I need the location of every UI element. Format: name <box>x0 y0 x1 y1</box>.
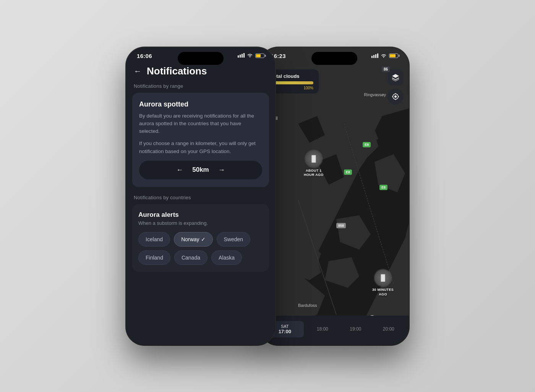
svg-point-4 <box>250 56 250 57</box>
country-tag-finland[interactable]: Finland <box>138 250 170 265</box>
range-section-label: Notifications by range <box>132 83 269 89</box>
range-selector[interactable]: ← 50km → <box>139 161 262 179</box>
dynamic-island-right <box>311 52 357 65</box>
country-tag-norway[interactable]: Norway ✓ <box>174 232 212 247</box>
right-battery-icon <box>389 53 398 58</box>
notifications-header: ← Notifications <box>126 62 275 83</box>
left-phone: 16:06 ← Notifications <box>126 47 275 345</box>
right-screen: 16:23 <box>260 47 409 345</box>
svg-rect-3 <box>243 53 245 58</box>
right-signal-icon <box>371 53 378 59</box>
range-card-body-2: If you choose a range in kilometer, you … <box>139 140 262 155</box>
countries-card-title: Aurora alerts <box>138 211 263 219</box>
notifications-content: Notifications by range Aurora spotted By… <box>126 83 275 345</box>
svg-rect-2 <box>242 54 243 58</box>
country-tag-canada[interactable]: Canada <box>174 250 208 265</box>
map-svg <box>260 47 409 345</box>
range-decrease-button[interactable]: ← <box>176 166 183 174</box>
signal-icon <box>238 53 245 59</box>
range-value-display: 50km <box>192 166 209 174</box>
page-title: Notifications <box>147 65 207 77</box>
left-screen: 16:06 ← Notifications <box>126 47 275 345</box>
right-phone: 16:23 <box>260 47 409 345</box>
svg-rect-5 <box>371 56 373 58</box>
left-status-icons <box>238 53 264 59</box>
svg-rect-6 <box>373 55 374 58</box>
svg-rect-1 <box>240 55 241 58</box>
left-battery-icon <box>255 53 264 58</box>
svg-rect-8 <box>377 53 378 58</box>
range-card-title: Aurora spotted <box>139 100 262 108</box>
right-status-icons <box>371 53 398 59</box>
country-tags-container: Iceland Norway ✓ Sweden Finland Canada A… <box>138 232 263 265</box>
countries-card-subtitle: When a substorm is expanding. <box>138 220 263 226</box>
svg-rect-0 <box>238 55 239 58</box>
range-card: Aurora spotted By default you are receiv… <box>132 93 269 187</box>
country-tag-iceland[interactable]: Iceland <box>138 232 170 247</box>
svg-point-9 <box>383 56 384 57</box>
back-button[interactable]: ← <box>134 67 141 76</box>
wifi-icon <box>247 53 253 59</box>
countries-section-label: Notifications by countries <box>132 195 269 200</box>
svg-rect-7 <box>375 54 376 58</box>
right-wifi-icon <box>381 53 387 59</box>
map-area[interactable]: Total clouds 0% 100% <box>260 47 409 345</box>
range-card-body-1: By default you are receiving notificatio… <box>139 112 262 136</box>
country-tag-alaska[interactable]: Alaska <box>211 250 242 265</box>
left-time: 16:06 <box>137 53 152 59</box>
scene: 16:06 ← Notifications <box>0 0 535 392</box>
country-tag-sweden[interactable]: Sweden <box>217 232 251 247</box>
countries-card: Aurora alerts When a substorm is expandi… <box>132 204 269 272</box>
range-increase-button[interactable]: → <box>218 166 225 174</box>
dynamic-island-left <box>178 52 224 65</box>
